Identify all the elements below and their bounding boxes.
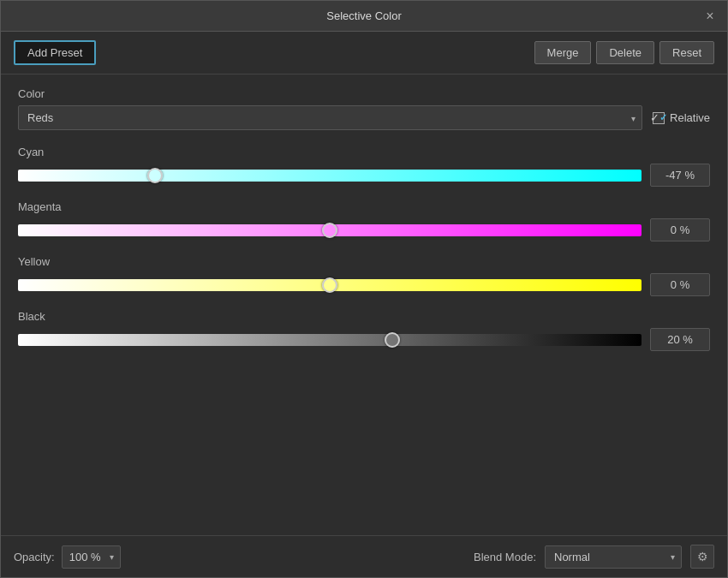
yellow-slider-row: 0 % bbox=[18, 273, 710, 296]
black-label: Black bbox=[18, 310, 710, 323]
dialog-title: Selective Color bbox=[326, 9, 401, 22]
black-value[interactable]: 20 % bbox=[650, 328, 710, 351]
magenta-slider-container[interactable] bbox=[18, 221, 641, 240]
blend-mode-select[interactable]: Normal Multiply Screen Overlay Soft Ligh… bbox=[545, 545, 682, 569]
yellow-label: Yellow bbox=[18, 255, 710, 268]
gear-button[interactable]: ⚙ bbox=[690, 545, 714, 569]
cyan-slider-track bbox=[18, 170, 641, 182]
content-area: Color Reds Yellows Greens Cyans Blues Ma… bbox=[1, 74, 727, 535]
cyan-slider-container[interactable] bbox=[18, 166, 641, 185]
cyan-slider-thumb[interactable] bbox=[147, 168, 163, 183]
footer-right: Blend Mode: Normal Multiply Screen Overl… bbox=[474, 545, 714, 569]
close-button[interactable]: × bbox=[701, 8, 719, 25]
add-preset-button[interactable]: Add Preset bbox=[14, 40, 96, 65]
title-bar: Selective Color × bbox=[1, 1, 727, 32]
yellow-value[interactable]: 0 % bbox=[650, 273, 710, 296]
cyan-section: Cyan -47 % bbox=[18, 146, 710, 187]
cyan-value[interactable]: -47 % bbox=[650, 164, 710, 187]
black-section: Black 20 % bbox=[18, 310, 710, 351]
relative-checkbox-row: ✓ Relative bbox=[653, 111, 710, 124]
reset-button[interactable]: Reset bbox=[659, 41, 714, 64]
color-select[interactable]: Reds Yellows Greens Cyans Blues Magentas… bbox=[18, 105, 642, 130]
magenta-section: Magenta 0 % bbox=[18, 200, 710, 241]
checkmark-icon: ✓ bbox=[650, 111, 659, 124]
cyan-label: Cyan bbox=[18, 146, 710, 158]
footer: Opacity: 100 % 75 % 50 % 25 % ▾ Blend Mo… bbox=[1, 535, 727, 577]
yellow-section: Yellow 0 % bbox=[18, 255, 710, 296]
relative-checkbox[interactable]: ✓ bbox=[653, 112, 665, 124]
color-section-label: Color bbox=[18, 87, 710, 100]
blend-mode-label: Blend Mode: bbox=[474, 551, 536, 563]
yellow-slider-container[interactable] bbox=[18, 276, 641, 295]
color-section: Color Reds Yellows Greens Cyans Blues Ma… bbox=[18, 87, 710, 130]
magenta-value[interactable]: 0 % bbox=[650, 218, 710, 241]
relative-label: Relative bbox=[670, 111, 710, 124]
toolbar-left: Add Preset bbox=[14, 40, 96, 65]
black-slider-container[interactable] bbox=[18, 331, 641, 349]
opacity-select[interactable]: 100 % 75 % 50 % 25 % bbox=[62, 545, 121, 569]
footer-left: Opacity: 100 % 75 % 50 % 25 % ▾ bbox=[14, 545, 121, 569]
toolbar-right: Merge Delete Reset bbox=[534, 41, 714, 64]
toolbar: Add Preset Merge Delete Reset bbox=[1, 32, 727, 74]
magenta-label: Magenta bbox=[18, 200, 710, 213]
delete-button[interactable]: Delete bbox=[596, 41, 654, 64]
black-slider-row: 20 % bbox=[18, 328, 710, 351]
blend-select-wrapper: Normal Multiply Screen Overlay Soft Ligh… bbox=[545, 545, 682, 569]
black-slider-track bbox=[18, 334, 641, 346]
magenta-slider-row: 0 % bbox=[18, 218, 710, 241]
opacity-label: Opacity: bbox=[14, 551, 55, 563]
magenta-slider-thumb[interactable] bbox=[322, 223, 337, 238]
selective-color-dialog: Selective Color × Add Preset Merge Delet… bbox=[0, 0, 728, 578]
merge-button[interactable]: Merge bbox=[534, 41, 592, 64]
opacity-select-wrapper: 100 % 75 % 50 % 25 % ▾ bbox=[62, 545, 121, 569]
black-slider-thumb[interactable] bbox=[385, 332, 400, 348]
color-select-wrapper: Reds Yellows Greens Cyans Blues Magentas… bbox=[18, 105, 642, 130]
yellow-slider-thumb[interactable] bbox=[322, 277, 337, 293]
cyan-slider-row: -47 % bbox=[18, 164, 710, 187]
color-row: Reds Yellows Greens Cyans Blues Magentas… bbox=[18, 105, 710, 130]
